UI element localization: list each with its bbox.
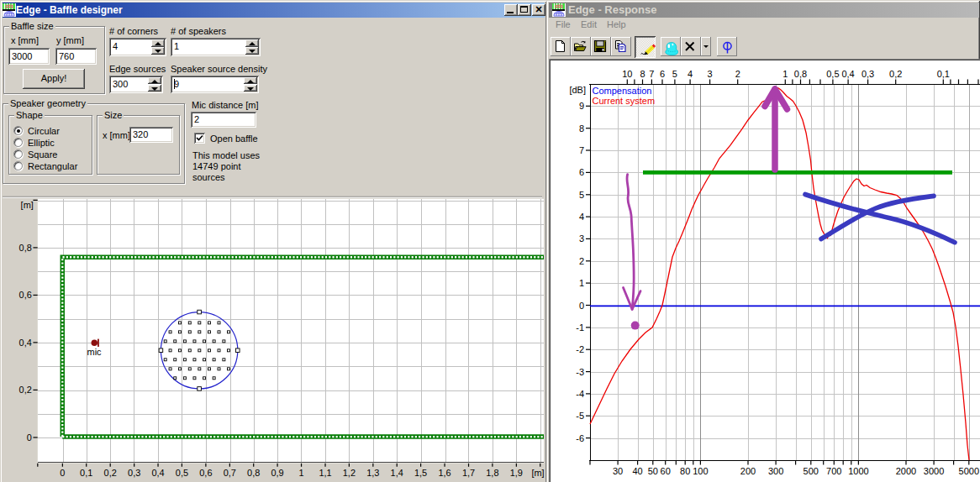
svg-text:Compensation: Compensation	[593, 86, 652, 96]
svg-text:0: 0	[579, 301, 584, 311]
svg-text:50: 50	[648, 466, 658, 476]
svg-text:1,5: 1,5	[414, 468, 427, 478]
svg-text:-1: -1	[576, 322, 584, 333]
svg-text:1,9: 1,9	[510, 468, 523, 478]
svg-text:300: 300	[768, 466, 783, 476]
svg-text:3000: 3000	[924, 466, 944, 476]
svg-text:0,5: 0,5	[826, 69, 839, 79]
svg-text:1000: 1000	[848, 466, 868, 476]
svg-text:0: 0	[27, 432, 32, 443]
svg-text:10: 10	[622, 69, 632, 79]
svg-text:mic: mic	[87, 347, 103, 357]
svg-text:1: 1	[299, 468, 304, 478]
svg-text:0: 0	[60, 468, 65, 478]
svg-text:4: 4	[579, 212, 584, 222]
svg-text:30: 30	[613, 466, 623, 476]
svg-text:0,8: 0,8	[19, 243, 32, 253]
svg-text:4: 4	[688, 69, 693, 79]
svg-text:60: 60	[661, 466, 671, 476]
svg-text:5: 5	[579, 190, 584, 200]
svg-text:5000: 5000	[959, 466, 979, 476]
svg-text:[m]: [m]	[531, 468, 544, 478]
svg-text:[m]: [m]	[21, 200, 34, 210]
svg-text:0,3: 0,3	[128, 468, 140, 478]
svg-text:0,4: 0,4	[151, 468, 164, 478]
svg-text:1,3: 1,3	[366, 468, 379, 478]
svg-text:1,8: 1,8	[486, 468, 498, 478]
svg-text:1,2: 1,2	[343, 468, 356, 478]
svg-text:-2: -2	[576, 344, 584, 354]
svg-text:80: 80	[680, 466, 690, 476]
svg-text:1,6: 1,6	[438, 468, 450, 478]
svg-text:7: 7	[579, 145, 584, 155]
svg-text:0,1: 0,1	[80, 468, 92, 478]
svg-text:-4: -4	[576, 389, 584, 399]
svg-text:8: 8	[640, 69, 645, 79]
svg-text:0,6: 0,6	[199, 468, 212, 478]
svg-text:2000: 2000	[896, 466, 916, 476]
svg-text:3: 3	[579, 233, 584, 244]
svg-text:6: 6	[660, 69, 665, 79]
svg-text:0,6: 0,6	[19, 290, 32, 300]
svg-text:Current system: Current system	[593, 96, 656, 106]
svg-text:100: 100	[693, 466, 708, 476]
svg-text:0,2: 0,2	[889, 69, 902, 79]
svg-text:0,7: 0,7	[224, 468, 236, 478]
svg-text:200: 200	[740, 466, 756, 476]
svg-text:0,9: 0,9	[271, 468, 283, 478]
svg-text:0,4: 0,4	[19, 338, 32, 348]
svg-text:0,3: 0,3	[861, 69, 874, 79]
svg-text:0,1: 0,1	[937, 69, 950, 79]
svg-text:5: 5	[672, 69, 677, 79]
svg-text:1,7: 1,7	[462, 468, 475, 478]
svg-text:1,1: 1,1	[319, 468, 331, 478]
svg-text:-5: -5	[576, 411, 584, 421]
svg-text:2: 2	[579, 256, 584, 266]
svg-text:0,4: 0,4	[841, 69, 854, 79]
svg-text:1: 1	[579, 278, 584, 288]
svg-text:0,8: 0,8	[247, 468, 260, 478]
svg-text:-3: -3	[576, 367, 584, 377]
svg-text:3: 3	[708, 69, 713, 79]
svg-text:700: 700	[826, 466, 841, 476]
svg-text:1: 1	[782, 69, 788, 79]
svg-text:0,5: 0,5	[176, 468, 188, 478]
svg-text:7: 7	[649, 69, 654, 79]
svg-text:[dB]: [dB]	[569, 85, 586, 95]
svg-text:6: 6	[579, 167, 584, 177]
svg-text:40: 40	[632, 466, 642, 476]
svg-text:0,2: 0,2	[104, 468, 117, 478]
svg-text:-6: -6	[576, 433, 584, 443]
svg-text:2: 2	[735, 69, 740, 79]
svg-text:8: 8	[579, 123, 584, 134]
svg-text:500: 500	[803, 466, 819, 476]
svg-text:9: 9	[579, 101, 584, 111]
svg-text:0,8: 0,8	[794, 69, 807, 79]
svg-text:0,2: 0,2	[19, 385, 32, 395]
svg-text:1,4: 1,4	[391, 468, 403, 478]
